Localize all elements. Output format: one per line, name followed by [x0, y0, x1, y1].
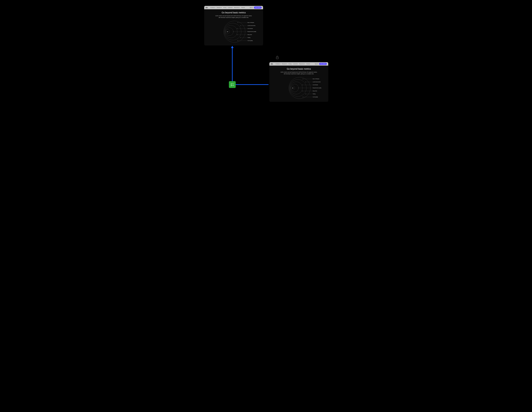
- screenshot-card-top: DX. Products▾ Research▾ Pricing Customer…: [204, 6, 263, 46]
- nav-item-customers[interactable]: Customers: [293, 63, 298, 64]
- svg-point-13: [238, 22, 238, 23]
- orbit-label: Requirements Quality: [247, 31, 256, 32]
- nav-item-pricing[interactable]: Pricing: [288, 63, 292, 64]
- svg-point-44: [303, 97, 303, 97]
- orbit-diagram: DX. Ease of Release Local Environments C…: [204, 20, 263, 44]
- svg-point-38: [298, 88, 299, 88]
- nav-item-research[interactable]: Research▾: [217, 7, 222, 8]
- chevron-down-icon: ▾: [280, 63, 280, 64]
- orbit-label: Ease of Release: [247, 22, 254, 23]
- nav-links: Products▾ Research▾ Pricing Customers Re…: [276, 63, 310, 64]
- screenshot-card-bottom: DX. Products▾ Research▾ Pricing Customer…: [269, 62, 328, 102]
- chevron-down-icon: ▾: [239, 7, 240, 8]
- svg-point-36: [302, 85, 303, 85]
- svg-point-27: [291, 84, 298, 92]
- page-title: Go beyond basic metrics: [274, 68, 324, 70]
- checklist-badge: [229, 81, 236, 88]
- svg-point-15: [240, 26, 241, 26]
- svg-point-25: [238, 40, 238, 41]
- nav-item-pricing[interactable]: Pricing: [223, 7, 226, 8]
- svg-point-19: [233, 31, 234, 32]
- orbit-label: Testing: [247, 37, 250, 38]
- orbit-label: Deep Work: [247, 34, 252, 35]
- orbit-label: Local Environments: [247, 25, 255, 26]
- orbit-label: Deep Work: [313, 91, 317, 92]
- nav-item-resources[interactable]: Resources▾: [299, 63, 305, 64]
- chevron-down-icon: ▾: [221, 7, 222, 8]
- page-subtitle: DORA metrics and pull requests don't tel…: [280, 71, 318, 75]
- svg-point-32: [303, 79, 303, 79]
- orbit-label: Code Quality: [247, 40, 253, 41]
- nav-item-products[interactable]: Products▾: [276, 63, 280, 64]
- nav-bar: DX. Products▾ Research▾ Pricing Customer…: [269, 62, 328, 65]
- nav-item-podcast[interactable]: Podcast: [241, 7, 245, 8]
- chevron-down-icon: ▾: [286, 63, 287, 64]
- svg-point-40: [302, 91, 303, 91]
- orbit-label: Code Review: [247, 28, 253, 29]
- orbit-label: Testing: [313, 93, 315, 94]
- orbit-center-label: DX.: [227, 31, 228, 32]
- svg-point-21: [237, 35, 237, 35]
- nav-bar: DX. Products▾ Research▾ Pricing Customer…: [204, 6, 263, 9]
- svg-point-8: [225, 28, 233, 36]
- orbit-diagram: DX. Ease of Release Local Environments C…: [269, 77, 328, 101]
- chevron-down-icon: ▾: [304, 63, 305, 64]
- orbit-label: Local Environments: [313, 82, 321, 82]
- svg-point-34: [305, 82, 306, 82]
- chevron-down-icon: ▾: [215, 7, 215, 8]
- svg-point-17: [237, 28, 237, 29]
- svg-point-23: [240, 37, 241, 38]
- page-title: Go beyond basic metrics: [209, 11, 258, 14]
- svg-marker-1: [231, 46, 234, 48]
- nav-item-products[interactable]: Products▾: [210, 7, 215, 8]
- orbit-label: Requirements Quality: [313, 87, 321, 88]
- svg-point-4: [277, 58, 277, 58]
- logo: DX.: [271, 63, 273, 65]
- signin-link[interactable]: Sign in: [315, 63, 318, 64]
- nav-item-resources[interactable]: Resources▾: [234, 7, 240, 8]
- page-subtitle: DORA metrics and pull requests don't tel…: [214, 15, 253, 18]
- logo: DX.: [206, 7, 208, 9]
- nav-item-research[interactable]: Research▾: [282, 63, 287, 64]
- lock-icon: [276, 56, 279, 60]
- nav-links: Products▾ Research▾ Pricing Customers Re…: [210, 7, 245, 8]
- signin-link[interactable]: Sign in: [250, 7, 253, 8]
- orbit-center-label: DX.: [292, 88, 294, 89]
- nav-item-podcast[interactable]: Podcast: [306, 63, 310, 64]
- get-demo-button[interactable]: Get a demo: [254, 6, 262, 9]
- orbit-label: Ease of Release: [313, 78, 319, 79]
- get-demo-button[interactable]: Get a demo: [319, 63, 327, 65]
- orbit-label: Code Quality: [313, 96, 318, 97]
- orbit-label: Code Review: [313, 84, 318, 85]
- nav-item-customers[interactable]: Customers: [228, 7, 233, 8]
- svg-point-42: [305, 94, 306, 94]
